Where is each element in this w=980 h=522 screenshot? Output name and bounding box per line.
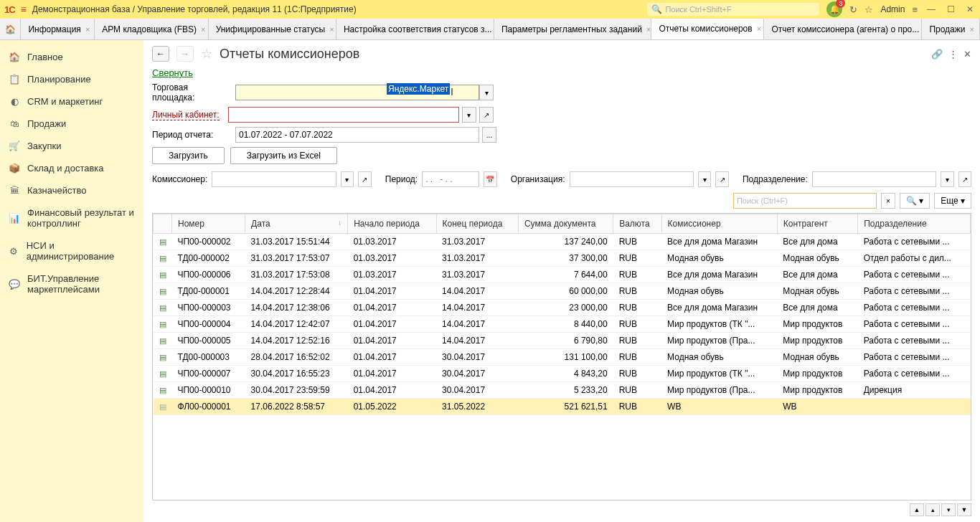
table-row[interactable]: ▤ ЧП00-000005 14.04.2017 12:52:16 01.04.… xyxy=(154,333,971,349)
tab-5[interactable]: Отчеты комиссионеров× xyxy=(651,19,764,39)
hamburger-icon[interactable]: ≡ xyxy=(21,4,27,15)
star-icon[interactable]: ☆ xyxy=(864,4,873,15)
tab-label: Отчет комиссионера (агента) о про... xyxy=(771,24,919,34)
org-dd[interactable]: ▾ xyxy=(698,171,711,187)
tab-4[interactable]: Параметры регламентных заданий× xyxy=(494,19,652,39)
sidebar-item-0[interactable]: 🏠Главное xyxy=(0,46,143,68)
col-5[interactable]: Валюта xyxy=(613,214,661,234)
table-row[interactable]: ▤ ТД00-000003 28.04.2017 16:52:02 01.04.… xyxy=(154,349,971,366)
window-minimize[interactable]: — xyxy=(925,4,938,14)
period-picker[interactable]: ... xyxy=(482,127,496,143)
doc-status-icon: ▤ xyxy=(159,353,166,361)
sidebar-item-8[interactable]: ⚙НСИ и администрирование xyxy=(0,234,143,267)
window-close[interactable]: ✕ xyxy=(964,4,976,14)
marketplace-dropdown[interactable]: ▾ xyxy=(479,85,494,100)
table-row[interactable]: ▤ ЧП00-000006 31.03.2017 17:53:08 01.03.… xyxy=(154,267,971,283)
tab-close-icon[interactable]: × xyxy=(329,25,334,34)
more-btn[interactable]: Еще ▾ xyxy=(934,193,971,209)
col-6[interactable]: Комиссионер xyxy=(661,214,777,234)
tab-close-icon[interactable]: × xyxy=(201,25,205,34)
table-row[interactable]: ▤ ТД00-000002 31.03.2017 17:53:07 01.03.… xyxy=(154,250,971,267)
tab-close-icon[interactable]: × xyxy=(970,25,974,34)
sidebar-item-3[interactable]: 🛍Продажи xyxy=(0,113,143,135)
cell-start: 01.04.2017 xyxy=(348,283,436,300)
table-row[interactable]: ▤ ЧП00-000010 30.04.2017 23:59:59 01.04.… xyxy=(154,382,971,399)
table-row[interactable]: ▤ ТД00-000001 14.04.2017 12:28:44 01.04.… xyxy=(154,283,971,300)
pager-bottom[interactable]: ▼ xyxy=(957,503,971,516)
pager-down[interactable]: ▾ xyxy=(941,503,956,516)
home-tab[interactable]: 🏠 xyxy=(0,19,21,39)
col-0[interactable]: Номер xyxy=(172,214,245,234)
table-row[interactable]: ▤ ФЛ00-000001 17.06.2022 8:58:57 01.05.2… xyxy=(154,399,971,415)
dept-dd[interactable]: ▾ xyxy=(941,171,953,187)
table-search[interactable] xyxy=(733,193,877,209)
account-input[interactable] xyxy=(228,107,459,123)
account-label[interactable]: Личный кабинет: xyxy=(152,110,220,120)
col-2[interactable]: Начало периода xyxy=(348,214,436,234)
global-search[interactable]: 🔍 xyxy=(647,3,819,16)
table-row[interactable]: ▤ ЧП00-000002 31.03.2017 15:51:44 01.03.… xyxy=(154,234,971,250)
dept-open[interactable]: ↗ xyxy=(958,171,971,187)
cell-ctr: Все для дома xyxy=(777,234,857,250)
window-maximize[interactable]: ☐ xyxy=(945,4,957,14)
cell-num: ЧП00-000002 xyxy=(172,234,245,250)
notifications-bell[interactable]: 🔔 3 xyxy=(826,1,842,17)
org-open[interactable]: ↗ xyxy=(715,171,728,187)
history-icon[interactable]: ↻ xyxy=(849,4,857,15)
col-4[interactable]: Сумма документа xyxy=(518,214,613,234)
kebab-icon[interactable]: ⋮ xyxy=(948,49,958,60)
table-row[interactable]: ▤ ЧП00-000004 14.04.2017 12:42:07 01.04.… xyxy=(154,316,971,333)
tab-1[interactable]: АРМ кладовщика (FBS)× xyxy=(95,19,208,39)
pager-up[interactable]: ▴ xyxy=(925,503,940,516)
tab-close-icon[interactable]: × xyxy=(646,25,651,34)
sidebar-item-6[interactable]: 🏛Казначейство xyxy=(0,179,143,201)
load-excel-button[interactable]: Загрузить из Excel xyxy=(230,147,337,164)
cell-dep: Работа с сетевыми ... xyxy=(858,316,971,333)
col-1[interactable]: Дата↓ xyxy=(245,214,348,234)
tab-3[interactable]: Настройка соответствия статусов з...× xyxy=(336,19,494,39)
tab-6[interactable]: Отчет комиссионера (агента) о про...× xyxy=(764,19,922,39)
account-open[interactable]: ↗ xyxy=(479,107,494,123)
nav-back[interactable]: ← xyxy=(152,46,169,62)
menu-lines-icon[interactable]: ≡ xyxy=(912,4,918,15)
tab-0[interactable]: Информация× xyxy=(21,19,95,39)
sidebar-item-4[interactable]: 🛒Закупки xyxy=(0,135,143,157)
marketplace-input[interactable] xyxy=(235,85,479,100)
commissioner-dd[interactable]: ▾ xyxy=(341,171,354,187)
link-icon[interactable]: 🔗 xyxy=(931,49,943,60)
load-button[interactable]: Загрузить xyxy=(152,147,225,164)
global-search-input[interactable] xyxy=(665,5,809,14)
user-label[interactable]: Admin xyxy=(880,4,905,14)
tab-7[interactable]: Продажи× xyxy=(922,19,980,39)
calendar-icon[interactable]: 📅 xyxy=(484,171,496,187)
sidebar-item-9[interactable]: 💬БИТ.Управление маркетплейсами xyxy=(0,267,143,300)
account-dropdown[interactable]: ▾ xyxy=(462,107,476,123)
col-7[interactable]: Контрагент xyxy=(777,214,857,234)
commissioner-open[interactable]: ↗ xyxy=(358,171,371,187)
commissioner-input[interactable] xyxy=(212,171,336,187)
sidebar-item-7[interactable]: 📊Финансовый результат и контроллинг xyxy=(0,201,143,234)
table-row[interactable]: ▤ ЧП00-000003 14.04.2017 12:38:06 01.04.… xyxy=(154,300,971,316)
pager-top[interactable]: ▲ xyxy=(910,503,924,516)
sidebar-item-5[interactable]: 📦Склад и доставка xyxy=(0,157,143,179)
col-8[interactable]: Подразделение xyxy=(858,214,971,234)
table-row[interactable]: ▤ ЧП00-000007 30.04.2017 16:55:23 01.04.… xyxy=(154,366,971,382)
search-btn[interactable]: 🔍 ▾ xyxy=(900,193,930,209)
sidebar-item-1[interactable]: 📋Планирование xyxy=(0,68,143,90)
dept-input[interactable] xyxy=(812,171,937,187)
org-input[interactable] xyxy=(570,171,694,187)
period-input[interactable] xyxy=(235,127,479,143)
date-filter-input[interactable] xyxy=(422,171,479,187)
sidebar-item-label: Главное xyxy=(27,52,63,62)
cell-end: 31.05.2022 xyxy=(436,399,518,415)
table-search-clear[interactable]: × xyxy=(881,193,895,209)
favorite-toggle[interactable]: ☆ xyxy=(201,46,212,62)
cell-sum: 23 000,00 xyxy=(518,300,613,316)
tab-close-icon[interactable]: × xyxy=(85,25,90,34)
col-3[interactable]: Конец периода xyxy=(436,214,518,234)
sidebar-item-2[interactable]: ◐CRM и маркетинг xyxy=(0,90,143,113)
close-icon[interactable]: ✕ xyxy=(963,49,971,60)
tab-close-icon[interactable]: × xyxy=(757,24,761,33)
tab-2[interactable]: Унифицированные статусы× xyxy=(209,19,336,39)
collapse-link[interactable]: Свернуть xyxy=(152,67,971,78)
